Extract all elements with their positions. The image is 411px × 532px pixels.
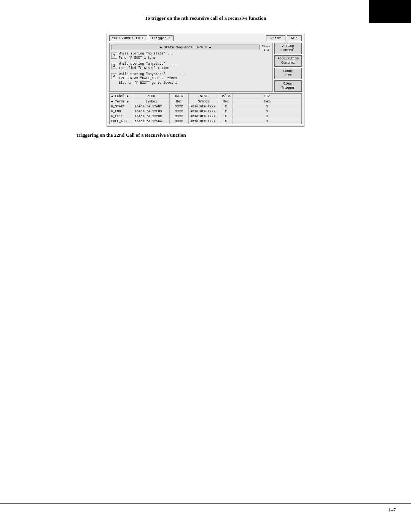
device-button[interactable]: 100/500MHz LA B	[109, 35, 147, 41]
row-addr-fexit[interactable]: absolute 1320C	[133, 114, 170, 119]
rw-type-header: Hex	[219, 99, 233, 104]
level3-dashes: – –	[179, 73, 185, 77]
level-text-1: While storing "no state" Find "F_END" 1 …	[119, 52, 165, 61]
row-addr-fend[interactable]: absolute 12EB3	[133, 109, 170, 114]
caption-text: Triggering on the 22nd Call of a Recursi…	[76, 132, 186, 138]
row-stat-calladd[interactable]: absolute XXXX	[189, 119, 219, 124]
row-siz-calladd[interactable]: X	[233, 119, 301, 124]
level-num-3: 3	[111, 73, 117, 79]
terms-header[interactable]: ◆ Terms ◆	[110, 99, 133, 104]
clear-trigger-button[interactable]: ClearTrigger	[274, 80, 302, 92]
row-label-fexit[interactable]: F_EXIT	[110, 114, 133, 119]
timer-label: Timer	[262, 45, 271, 48]
level3-line1: While storing "anystate"	[119, 72, 177, 77]
table-row: F_EXIT absolute 1320C XXXX absolute XXXX…	[110, 114, 301, 119]
row-addr-calladd[interactable]: absolute 1256A	[133, 119, 170, 124]
level3-line2: TRIGGER on "CALL_ADD" 20 times	[119, 77, 177, 81]
row-data-fstart[interactable]: XXXX	[170, 104, 189, 109]
row-rw-fend[interactable]: X	[219, 109, 233, 114]
stat-type-header: Symbol	[189, 99, 219, 104]
table-row: F_START absolute 12AB7 XXXX absolute XXX…	[110, 104, 301, 109]
row-data-fexit[interactable]: XXXX	[170, 114, 189, 119]
controls-panel: ArmingControl AcquisitionControl CountTi…	[274, 43, 302, 92]
page-subtitle: To trigger on the nth recursive call of …	[145, 15, 266, 21]
row-siz-fend[interactable]: X	[233, 109, 301, 114]
count-time-button[interactable]: CountTime	[274, 68, 302, 79]
arming-control-button[interactable]: ArmingControl	[274, 43, 302, 54]
row-label-fend[interactable]: F_END	[110, 109, 133, 114]
table-row: F_END absolute 12EB3 XXXX absolute XXXX …	[110, 109, 301, 114]
main-panel: ◆ State Sequence Levels ◆ Timer 1 2 1 Wh…	[109, 43, 302, 92]
row-stat-fend[interactable]: absolute XXXX	[189, 109, 219, 114]
level2-line2: Then find "F_START" 1 time	[119, 66, 169, 70]
level1-line1: While storing "no state"	[119, 52, 165, 56]
data-type-header: Hex	[170, 99, 189, 104]
level-text-3: While storing "anystate" TRIGGER on "CAL…	[119, 72, 177, 85]
page-subheader: To trigger on the nth recursive call of …	[0, 14, 411, 25]
level1-line2: Find "F_END" 1 time	[119, 56, 165, 60]
main-content: 100/500MHz LA B Trigger 1 Print Run ◆ St…	[0, 25, 411, 142]
data-header: DATA	[170, 94, 189, 99]
level2-line1: While storing "anystate"	[119, 62, 169, 66]
row-data-fend[interactable]: XXXX	[170, 109, 189, 114]
rw-header: R/–W	[219, 94, 233, 99]
page-header: Triggering	[0, 0, 411, 14]
label-header[interactable]: ◆ Label ◆	[110, 94, 133, 99]
row-rw-fstart[interactable]: X	[219, 104, 233, 109]
grid-section: ◆ Label ◆ ADDR DATA STAT R/–W SIZ ◆ Term…	[109, 93, 302, 124]
row-stat-fstart[interactable]: absolute XXXX	[189, 104, 219, 109]
seq-header: ◆ State Sequence Levels ◆	[111, 45, 260, 50]
addr-type-header: Symbol	[133, 99, 170, 104]
row-data-calladd[interactable]: XXXX	[170, 119, 189, 124]
siz-header: SIZ	[233, 94, 301, 99]
topbar: 100/500MHz LA B Trigger 1 Print Run	[109, 35, 302, 41]
seq-level-1: 1 While storing "no state" Find "F_END" …	[111, 52, 271, 61]
figure-caption: Triggering on the 22nd Call of a Recursi…	[53, 132, 358, 138]
row-rw-calladd[interactable]: X	[219, 119, 233, 124]
stat-header: STAT	[189, 94, 219, 99]
trigger-button[interactable]: Trigger 1	[149, 35, 174, 41]
addr-header: ADDR	[133, 94, 170, 99]
row-siz-fexit[interactable]: X	[233, 114, 301, 119]
row-stat-fexit[interactable]: absolute XXXX	[189, 114, 219, 119]
level-num-1: 1	[111, 53, 117, 59]
seq-level-2: 2 While storing "anystate" Then find "F_…	[111, 62, 271, 71]
level-num-2: 2	[111, 63, 117, 69]
diagram-container: 100/500MHz LA B Trigger 1 Print Run ◆ St…	[107, 33, 304, 127]
section-marker	[369, 0, 411, 23]
sequence-panel: ◆ State Sequence Levels ◆ Timer 1 2 1 Wh…	[109, 43, 273, 92]
seq-level-3: 3 While storing "anystate" TRIGGER on "C…	[111, 72, 271, 85]
print-button[interactable]: Print	[266, 35, 285, 41]
row-rw-fexit[interactable]: X	[219, 114, 233, 119]
page-footer: 1–7	[0, 503, 411, 513]
level1-dashes: – –	[167, 53, 173, 56]
siz-type-header: Hex	[233, 99, 301, 104]
table-row: CALL_ADD absolute 1256A XXXX absolute XX…	[110, 119, 301, 124]
level2-dashes: – –	[172, 63, 177, 66]
row-label-calladd[interactable]: CALL_ADD	[110, 119, 133, 124]
level-text-2: While storing "anystate" Then find "F_ST…	[119, 62, 169, 71]
row-label-fstart[interactable]: F_START	[110, 104, 133, 109]
row-siz-fstart[interactable]: X	[233, 104, 301, 109]
grid-header-row2: ◆ Terms ◆ Symbol Hex Symbol Hex Hex	[110, 99, 301, 104]
run-button[interactable]: Run	[287, 35, 302, 41]
acquisition-control-button[interactable]: AcquisitionControl	[274, 55, 302, 67]
timer-values: 1 2	[262, 48, 271, 51]
row-addr-fstart[interactable]: absolute 12AB7	[133, 104, 170, 109]
level3-line3: Else on "F_EXIT" go to level 1	[119, 81, 177, 85]
grid-header-row1: ◆ Label ◆ ADDR DATA STAT R/–W SIZ	[110, 94, 301, 99]
page-number: 1–7	[389, 507, 396, 513]
